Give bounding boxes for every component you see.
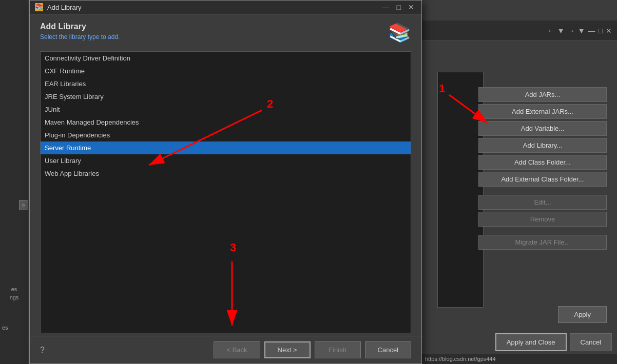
classpath-list xyxy=(437,72,484,308)
sidebar-labels: es ngs xyxy=(0,284,28,302)
apply-close-button[interactable]: Apply and Close xyxy=(495,333,567,351)
dropdown-nav-btn[interactable]: ▼ xyxy=(557,27,565,35)
dialog-title-label: Add Library xyxy=(47,4,81,11)
add-library-dialog: 📚 Add Library — □ ✕ Add Library Select t… xyxy=(29,0,422,364)
cancel-button[interactable]: Cancel xyxy=(365,341,411,358)
expand-sidebar-btn[interactable]: > xyxy=(19,200,28,210)
dialog-icon: 📚 xyxy=(35,3,43,11)
footer-buttons: < Back Next > Finish Cancel xyxy=(214,341,411,358)
edit-button: Edit... xyxy=(478,195,607,210)
left-sidebar: es ngs es > xyxy=(0,0,28,364)
dialog-title-controls: — □ ✕ xyxy=(380,3,416,11)
add-external-class-folder-button[interactable]: Add External Class Folder... xyxy=(478,172,607,187)
add-class-folder-button[interactable]: Add Class Folder... xyxy=(478,155,607,170)
sidebar-label-1: es xyxy=(2,286,26,292)
dropdown2-nav-btn[interactable]: ▼ xyxy=(578,27,585,35)
add-jars-button[interactable]: Add JARs... xyxy=(478,87,607,102)
back-button: < Back xyxy=(214,341,260,358)
dialog-header-text: Add Library Select the library type to a… xyxy=(40,22,120,41)
next-button[interactable]: Next > xyxy=(264,341,311,358)
remove-button: Remove xyxy=(478,212,607,227)
ide-min-btn[interactable]: — xyxy=(588,27,595,35)
dialog-title-left: 📚 Add Library xyxy=(35,3,81,11)
dialog-description: Select the library type to add. xyxy=(40,33,120,41)
dialog-heading: Add Library xyxy=(40,22,120,31)
dialog-header-icon: 📚 xyxy=(388,22,411,44)
back-nav-btn[interactable]: ← xyxy=(547,27,554,35)
dialog-header: Add Library Select the library type to a… xyxy=(30,14,421,49)
add-variable-button[interactable]: Add Variable... xyxy=(478,121,607,136)
url-text: https://blog.csdn.net/gps444 xyxy=(425,356,496,362)
dialog-titlebar: 📚 Add Library — □ ✕ xyxy=(30,1,421,14)
sidebar-label-3: es xyxy=(2,325,8,331)
dialog-body: Add Library Select the library type to a… xyxy=(30,14,421,363)
right-panel-area: ← ▼ → ▼ — □ ✕ Add JARs... Add External J… xyxy=(422,21,617,364)
dialog-close-btn[interactable]: ✕ xyxy=(406,3,416,11)
cancel-right-button[interactable]: Cancel xyxy=(570,333,612,351)
library-type-list[interactable]: Connectivity Driver Definition CXF Runti… xyxy=(40,51,411,333)
list-item[interactable]: EAR Libraries xyxy=(41,77,411,90)
url-bar: https://blog.csdn.net/gps444 xyxy=(422,354,617,364)
list-item[interactable]: JRE System Library xyxy=(41,90,411,103)
list-item-selected[interactable]: Server Runtime xyxy=(41,141,411,154)
ide-topbar: ← ▼ → ▼ — □ ✕ xyxy=(422,21,617,41)
help-button[interactable]: ? xyxy=(40,346,45,355)
right-action-buttons: Add JARs... Add External JARs... Add Var… xyxy=(478,87,607,250)
list-item[interactable]: Maven Managed Dependencies xyxy=(41,116,411,129)
forward-nav-btn[interactable]: → xyxy=(568,27,575,35)
add-external-jars-button[interactable]: Add External JARs... xyxy=(478,104,607,119)
add-library-button[interactable]: Add Library... xyxy=(478,138,607,153)
dialog-footer: ? < Back Next > Finish Cancel xyxy=(30,336,421,363)
list-item[interactable]: Plug-in Dependencies xyxy=(41,129,411,141)
ide-close-btn[interactable]: ✕ xyxy=(606,27,612,35)
list-item[interactable]: Connectivity Driver Definition xyxy=(41,52,411,65)
list-item[interactable]: CXF Runtime xyxy=(41,65,411,77)
list-item-user-library[interactable]: User Library xyxy=(41,154,411,167)
dialog-maximize-btn[interactable]: □ xyxy=(395,3,403,11)
dialog-minimize-btn[interactable]: — xyxy=(380,3,392,11)
finish-button: Finish xyxy=(315,341,361,358)
sidebar-label-2: ngs xyxy=(2,294,26,300)
list-item[interactable]: Web App Libraries xyxy=(41,167,411,180)
ide-max-btn[interactable]: □ xyxy=(599,27,603,35)
migrate-jar-button: Migrate JAR File... xyxy=(478,235,607,250)
apply-button[interactable]: Apply xyxy=(558,306,607,323)
list-item[interactable]: JUnit xyxy=(41,103,411,116)
